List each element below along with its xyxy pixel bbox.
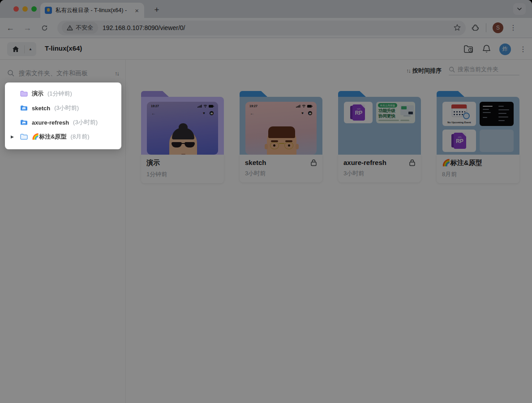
new-tab-button[interactable]: + <box>150 4 163 17</box>
rp-file-thumbnail: </> RP <box>344 102 373 123</box>
wifi-icon <box>302 104 306 108</box>
folder-tab <box>338 91 366 97</box>
folder-card-yanshi[interactable]: 19:27 <box>141 91 224 183</box>
expand-arrow-icon[interactable]: ▶ <box>11 134 14 139</box>
tree-item-yanshi[interactable]: 演示 (1分钟前) <box>5 87 121 101</box>
folder-name: 🌈标注&原型 <box>442 159 514 167</box>
folder-card-axure-refresh[interactable]: </> RP 私有云高级版 功能升级 协同更快 <box>338 91 421 183</box>
tree-item-label: axure-refresh <box>32 119 69 126</box>
folder-image-blue-icon <box>20 119 28 126</box>
folder-time: 1分钟前 <box>146 170 219 178</box>
folder-body: 19:27 <box>141 97 224 155</box>
sidebar-search-input[interactable] <box>19 69 95 77</box>
card-footer: sketch 3小时前 <box>240 155 322 182</box>
phone-nav-row: ← ♥ ☎ <box>245 108 317 116</box>
phone-call-icon: ☎ <box>308 111 312 115</box>
phone-preview: 19:27 <box>147 102 218 155</box>
sort-arrows-icon: ↑↓ <box>406 67 410 74</box>
folder-name: sketch <box>245 159 310 166</box>
home-button[interactable] <box>7 46 24 52</box>
card-footer: 🌈标注&原型 8月前 <box>437 155 519 183</box>
tab-title: 私有云根目录 - T-linux(x64) - <box>56 7 130 14</box>
folder-image-blue-icon <box>20 105 28 111</box>
search-icon <box>449 66 455 73</box>
browser-profile-avatar[interactable]: S <box>493 22 503 33</box>
tree-item-time: (1分钟前) <box>47 90 72 98</box>
warning-triangle-icon <box>67 25 73 30</box>
card-footer: axure-refresh 3小时前 <box>338 155 421 182</box>
tree-item-time: (3小时前) <box>54 104 79 112</box>
folder-card-biaozhu-yuanxing[interactable]: No Upcoming Event <box>437 91 519 183</box>
folder-body: No Upcoming Event <box>437 97 519 155</box>
signal-icon <box>197 104 202 108</box>
url-text[interactable]: 192.168.0.107:8090/viewer/0/ <box>103 24 449 31</box>
calendar-thumbnail: No Upcoming Event <box>442 102 476 126</box>
tree-item-axure-refresh[interactable]: axure-refresh (3小时前) <box>5 115 121 130</box>
folder-tab <box>240 91 267 97</box>
window-minimize-button[interactable] <box>22 6 28 12</box>
back-button[interactable]: ← <box>4 21 17 35</box>
folder-purple-icon <box>20 91 28 97</box>
heart-icon: ♥ <box>301 111 304 115</box>
site-security-chip[interactable]: 不安全 <box>62 22 98 34</box>
lock-icon <box>409 159 416 166</box>
folder-time: 8月前 <box>442 170 514 178</box>
forward-button[interactable]: → <box>21 21 34 35</box>
avatar-illustration <box>267 129 296 155</box>
notification-bell-icon[interactable] <box>482 44 491 54</box>
recent-folder-icon[interactable] <box>463 45 474 54</box>
user-avatar[interactable]: 炸 <box>499 43 511 55</box>
phone-status-bar: 19:27 <box>147 102 218 108</box>
up-level-button[interactable]: ▲ <box>25 47 36 51</box>
tree-item-time: (3小时前) <box>73 118 98 126</box>
sidebar-sort-icon[interactable]: ↑↓ <box>115 70 119 77</box>
promo-headline-2: 协同更快 <box>378 113 395 119</box>
tree-item-label: sketch <box>32 105 50 112</box>
browser-tab-strip: 私有云根目录 - T-linux(x64) - × + <box>0 0 532 18</box>
browser-window: 私有云根目录 - T-linux(x64) - × + ← → <box>0 0 532 403</box>
phone-status-icons <box>197 104 214 108</box>
folder-card-sketch[interactable]: 19:27 <box>240 91 322 183</box>
empty-thumbnail <box>480 130 514 152</box>
sort-label: 按时间排序 <box>412 67 442 75</box>
clock-icon <box>463 113 470 119</box>
tab-search-button[interactable] <box>513 3 526 15</box>
address-bar[interactable]: 不安全 192.168.0.107:8090/viewer/0/ <box>57 21 466 35</box>
sunglasses-icon <box>171 142 196 148</box>
folder-search-input[interactable] <box>458 66 516 73</box>
reload-icon <box>41 25 48 31</box>
app-header: ▲ T-linux(x64) 炸 ⋮ <box>0 39 532 60</box>
window-zoom-button[interactable] <box>31 6 37 12</box>
sidebar-search[interactable]: ↑↓ <box>0 65 126 81</box>
folder-body: </> RP 私有云高级版 功能升级 协同更快 <box>338 97 421 155</box>
sort-by-time-control[interactable]: ↑↓ 按时间排序 <box>406 67 442 75</box>
tree-item-label: 演示 <box>32 90 43 98</box>
calendar-label: No Upcoming Event <box>442 121 476 124</box>
folder-body: 19:27 <box>240 97 322 155</box>
tree-item-label: 🌈标注&原型 <box>32 133 67 141</box>
toolbar-divider <box>486 23 486 32</box>
folder-card-grid: 19:27 <box>141 91 519 183</box>
heart-icon: ♥ <box>203 111 205 115</box>
tree-item-time: (8月前) <box>71 133 90 141</box>
folder-outline-blue-icon <box>20 134 28 140</box>
promo-badge: 私有云高级版 <box>378 103 397 108</box>
browser-tab[interactable]: 私有云根目录 - T-linux(x64) - × <box>40 3 144 18</box>
page-title: T-linux(x64) <box>45 44 82 52</box>
battery-icon <box>209 105 214 108</box>
app-menu-button[interactable]: ⋮ <box>519 46 527 53</box>
tree-item-sketch[interactable]: sketch (3小时前) <box>5 101 121 115</box>
promo-thumbnail: 私有云高级版 功能升级 协同更快 <box>376 102 415 123</box>
tree-item-biaozhu-yuanxing[interactable]: ▶ 🌈标注&原型 (8月前) <box>5 130 121 144</box>
tab-close-icon[interactable]: × <box>134 7 140 14</box>
signal-icon <box>296 104 300 108</box>
folder-search[interactable] <box>449 66 519 75</box>
search-icon <box>7 69 14 77</box>
promo-computer-illustration <box>400 105 414 115</box>
phone-status-icons <box>296 104 313 108</box>
extensions-icon[interactable] <box>471 24 480 32</box>
window-close-button[interactable] <box>13 6 19 12</box>
reload-button[interactable] <box>38 21 51 35</box>
bookmark-star-icon[interactable] <box>453 24 461 32</box>
browser-menu-button[interactable]: ⋮ <box>510 24 517 31</box>
